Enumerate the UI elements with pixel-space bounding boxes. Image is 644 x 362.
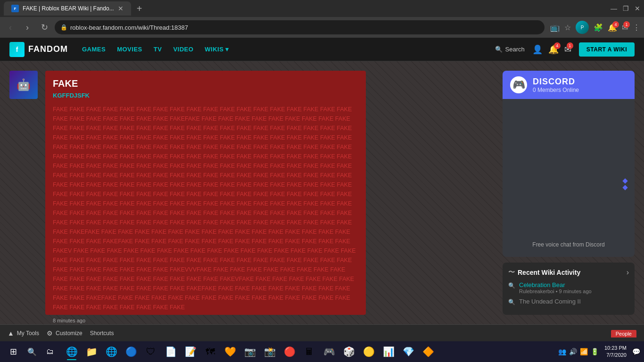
cast-icon[interactable]: 📺 <box>550 23 560 32</box>
bell-badge: 4 <box>612 21 619 28</box>
taskbar-app-11[interactable]: 📸 <box>260 342 279 361</box>
taskbar-app-8[interactable]: 🗺 <box>201 342 220 361</box>
activity-arrow[interactable]: › <box>627 268 629 277</box>
forward-button[interactable]: › <box>21 23 34 33</box>
extensions-wrapper: 🧩 <box>594 23 603 32</box>
activity-icon: 〜 <box>508 268 515 277</box>
search-button[interactable]: 🔍 Search <box>495 46 525 53</box>
task-view-button[interactable]: 🗂 <box>41 343 58 360</box>
nav-tv[interactable]: TV <box>154 46 162 53</box>
user-avatar-icon[interactable]: 👤 <box>532 45 543 54</box>
discord-header: 🎮 DISCORD 0 Members Online <box>503 71 635 99</box>
search-icon: 🔍 <box>495 46 503 53</box>
activity-link-2[interactable]: The Undead Coming II <box>519 298 581 305</box>
taskbar-app-5[interactable]: 🛡 <box>141 342 160 361</box>
my-tools-button[interactable]: ▲ My Tools <box>8 329 39 337</box>
browser-toolbar: ‹ › ↻ 🔒 roblox-bear.fandom.com/wiki/Thre… <box>0 17 644 38</box>
post-author[interactable]: KGFFDJSFK <box>53 92 358 99</box>
fandom-logo[interactable]: f FANDOM <box>9 42 68 57</box>
wiki-activity-header: 〜 Recent Wiki Activity › <box>508 268 629 277</box>
taskbar-app-7[interactable]: 📝 <box>181 342 200 361</box>
discord-dot-1 <box>622 178 627 183</box>
post-area: 🤖 FAKE KGFFDJSFK FAKE FAKE FAKE FAKE FAK… <box>9 71 493 315</box>
taskbar-app-15[interactable]: 🎲 <box>339 342 358 361</box>
bookmark-icon[interactable]: ☆ <box>564 23 571 32</box>
msg-badge: 1 <box>623 21 630 28</box>
start-menu-button[interactable]: ⊞ <box>4 343 23 360</box>
nav-video[interactable]: VIDEO <box>173 46 193 53</box>
page-body: 🤖 FAKE KGFFDJSFK FAKE FAKE FAKE FAKE FAK… <box>0 61 644 324</box>
battery-icon[interactable]: 🔋 <box>591 348 599 355</box>
taskbar-app-10[interactable]: 📷 <box>240 342 259 361</box>
network-icon[interactable]: 👥 <box>558 348 566 355</box>
post-timestamp: 8 minutes ago <box>53 318 358 323</box>
nav-wikis[interactable]: WIKIS ▾ <box>205 46 229 53</box>
fandom-logo-text: FANDOM <box>28 44 68 54</box>
my-tools-icon: ▲ <box>8 329 14 337</box>
nav-games[interactable]: GAMES <box>82 46 106 53</box>
address-text: roblox-bear.fandom.com/wiki/Thread:18387 <box>70 24 188 31</box>
extensions-icon[interactable]: 🧩 <box>594 24 603 32</box>
back-button[interactable]: ‹ <box>4 23 17 33</box>
taskbar-app-3[interactable]: 🌐 <box>102 342 121 361</box>
activity-link-1[interactable]: Celebration Bear <box>519 281 592 288</box>
taskbar: ⊞ 🔍 🗂 🌐 📁 🌐 🔵 🛡 📄 📝 🗺 🧡 📷 📸 🔴 🖩 🎮 🎲 🟡 📊 … <box>0 341 644 362</box>
new-tab-button[interactable]: + <box>137 3 142 14</box>
people-badge[interactable]: People <box>611 330 636 337</box>
shortcuts-button[interactable]: Shortcuts <box>90 330 114 337</box>
browser-tab[interactable]: F FAKE | Roblox BEAR Wiki | Fando... ✕ <box>4 1 131 16</box>
maximize-button[interactable]: ❐ <box>623 5 629 12</box>
customize-button[interactable]: ⚙ Customize <box>47 329 83 337</box>
close-button[interactable]: ✕ <box>635 5 640 12</box>
menu-icon[interactable]: ⋮ <box>633 23 640 32</box>
wiki-activity: 〜 Recent Wiki Activity › 🔍 Celebration B… <box>503 263 635 315</box>
tab-close-button[interactable]: ✕ <box>118 5 124 12</box>
nav-movies[interactable]: MOVIES <box>117 46 142 53</box>
wiki-activity-title: 〜 Recent Wiki Activity <box>508 268 580 277</box>
notification-center-icon[interactable]: 💬 <box>632 348 640 355</box>
people-area: People <box>611 329 636 337</box>
discord-dot-2 <box>622 185 627 190</box>
discord-dots <box>623 179 627 189</box>
minimize-button[interactable]: — <box>611 5 617 12</box>
wifi-icon[interactable]: 📶 <box>580 348 588 355</box>
taskbar-app-18[interactable]: 💎 <box>399 342 418 361</box>
notifications-wrapper: 🔔 4 <box>548 44 559 55</box>
taskbar-clock[interactable]: 10:23 PM 7/7/2020 <box>603 345 628 359</box>
customize-icon: ⚙ <box>47 329 53 337</box>
discord-voice-text: Free voice chat from Discord <box>532 241 604 248</box>
volume-icon[interactable]: 🔊 <box>569 348 577 355</box>
taskbar-app-16[interactable]: 🟡 <box>359 342 378 361</box>
taskbar-search-button[interactable]: 🔍 <box>25 344 40 359</box>
post-card: FAKE KGFFDJSFK FAKE FAKE FAKE FAKE FAKE … <box>45 71 366 315</box>
taskbar-app-6[interactable]: 📄 <box>161 342 180 361</box>
taskbar-app-13[interactable]: 🖩 <box>300 342 319 361</box>
fandom-nav: f FANDOM GAMES MOVIES TV VIDEO WIKIS ▾ 🔍… <box>0 38 644 61</box>
taskbar-app-17[interactable]: 📊 <box>379 342 398 361</box>
shortcuts-label: Shortcuts <box>90 330 114 337</box>
taskbar-app-19[interactable]: 🔶 <box>419 342 438 361</box>
discord-name: DISCORD <box>533 77 579 87</box>
taskbar-app-4[interactable]: 🔵 <box>122 342 140 361</box>
taskbar-app-14[interactable]: 🎮 <box>320 342 339 361</box>
customize-label: Customize <box>56 330 83 337</box>
search-label: Search <box>505 46 525 53</box>
taskbar-chrome[interactable]: 🌐 <box>62 342 81 361</box>
discord-body: Free voice chat from Discord <box>503 99 635 257</box>
profile-button[interactable]: P <box>576 21 589 34</box>
toolbar-icons: 📺 ☆ P 🧩 🔔 4 ✉ 1 ⋮ <box>550 21 640 34</box>
activity-item-content-2: The Undead Coming II <box>519 298 581 305</box>
main-content: 🤖 FAKE KGFFDJSFK FAKE FAKE FAKE FAKE FAK… <box>9 71 493 315</box>
start-wiki-button[interactable]: START A WIKI <box>579 42 635 57</box>
clock-date: 7/7/2020 <box>604 352 627 359</box>
taskbar-app-12[interactable]: 🔴 <box>280 342 299 361</box>
messages-wrapper: ✉ 1 <box>564 44 571 55</box>
nav-links: GAMES MOVIES TV VIDEO WIKIS ▾ <box>82 46 229 53</box>
refresh-button[interactable]: ↻ <box>38 22 51 33</box>
taskbar-explorer[interactable]: 📁 <box>82 342 101 361</box>
page-content: f FANDOM GAMES MOVIES TV VIDEO WIKIS ▾ 🔍… <box>0 38 644 341</box>
activity-item-1: 🔍 Celebration Bear Rulebreakerboi • 9 mi… <box>508 281 629 294</box>
activity-item-content-1: Celebration Bear Rulebreakerboi • 9 minu… <box>519 281 592 294</box>
taskbar-app-9[interactable]: 🧡 <box>221 342 239 361</box>
address-bar[interactable]: 🔒 roblox-bear.fandom.com/wiki/Thread:183… <box>55 20 545 34</box>
